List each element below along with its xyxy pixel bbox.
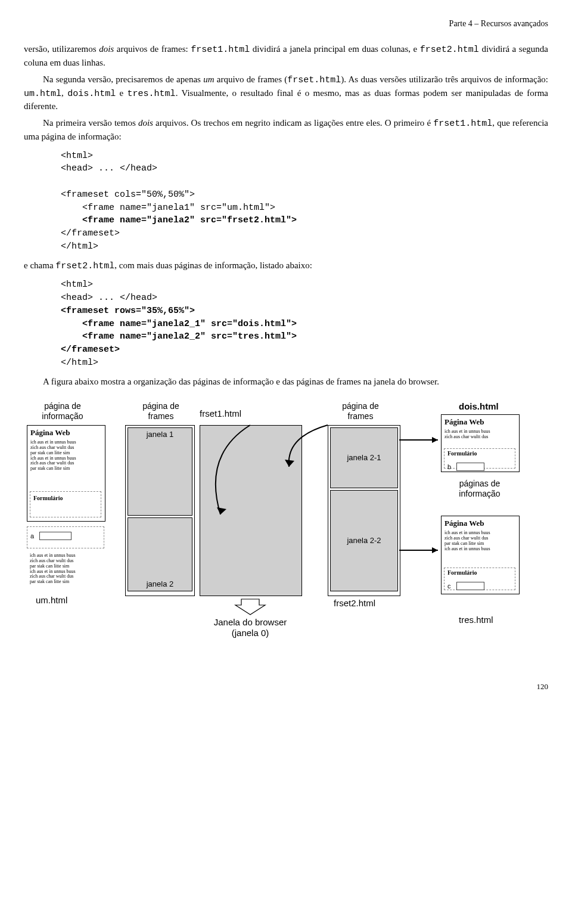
- field-a-box: a: [27, 526, 104, 548]
- box-dois-text: ich aus et in unnus buus zich aus char w…: [442, 429, 519, 440]
- label-frames1: página de frames: [131, 401, 191, 421]
- paragraph-1: versão, utilizaremos dois arquivos de fr…: [24, 43, 548, 70]
- arrow-3-icon: [396, 437, 444, 473]
- p2a: Na segunda versão, precisaremos de apena…: [43, 75, 203, 84]
- p4b: frset2.html: [55, 261, 114, 271]
- p2j: tres.html: [128, 89, 176, 99]
- text-under-a: ich aus et in unnus buus zich aus char w…: [27, 553, 110, 585]
- box-dois-title: Página Web: [442, 415, 519, 429]
- p1b: dois: [99, 44, 114, 54]
- c2l2: <head> ... </head>: [61, 293, 157, 303]
- label-janela1: janela 1: [147, 430, 174, 439]
- field-b-input: [456, 463, 484, 471]
- label-browser: Janela do browser (janela 0): [188, 617, 313, 638]
- box-tres-form: Formulário: [444, 568, 515, 579]
- c1l6: <frame name="janela2" src="frset2.html">: [61, 215, 297, 225]
- label-dois: dois.html: [459, 401, 499, 412]
- p1d: frset1.html: [191, 45, 250, 55]
- c1l2: <head> ... </head>: [61, 163, 157, 173]
- c2l6: </frameset>: [61, 345, 120, 355]
- p2d: frset.html: [287, 75, 341, 85]
- label-janela22: janela 2-2: [347, 537, 381, 545]
- box-dois: Página Web ich aus et in unnus buus zich…: [441, 414, 520, 472]
- field-c-input: [456, 582, 484, 590]
- page-number: 120: [24, 681, 548, 693]
- c1l8: </html>: [61, 241, 98, 252]
- arrow-down-icon: [229, 598, 271, 616]
- label-info1: página de informação: [30, 401, 95, 421]
- box-frset1: janela 1 janela 2: [125, 425, 195, 596]
- p1c: arquivos de frames:: [114, 44, 191, 54]
- label-frames2: página de frames: [328, 401, 393, 421]
- box1-title: Página Web: [27, 426, 105, 440]
- p4a: e chama: [24, 261, 55, 270]
- c2l4: <frame name="janela2_1" src="dois.html">: [61, 319, 297, 329]
- arrow-curve-2-icon: [280, 419, 352, 491]
- c2l3: <frameset rows="35%,65%">: [61, 306, 195, 316]
- p2e: ). As duas versões utilizarão três arqui…: [341, 75, 548, 84]
- label-frset2: frset2.html: [334, 598, 375, 609]
- box-tres-text: ich aus et in unnus buus zich aus char w…: [442, 531, 519, 551]
- c2l1: <html>: [61, 280, 93, 290]
- field-c-label: c: [444, 582, 454, 590]
- box-janela22: janela 2-2: [330, 490, 398, 591]
- p2i: e: [116, 88, 127, 98]
- box-tres-title: Página Web: [442, 516, 519, 531]
- label-info2: páginas de informação: [447, 479, 512, 499]
- paragraph-3: Na primeira versão temos dois arquivos. …: [24, 117, 548, 144]
- p1f: frset2.html: [420, 45, 479, 55]
- label-frset1: frset1.html: [200, 408, 241, 419]
- p2f: um.html: [24, 89, 61, 99]
- p2b: um: [203, 75, 214, 84]
- c1l4: <frameset cols="50%,50%">: [61, 190, 195, 200]
- label-janela2: janela 2: [147, 580, 174, 588]
- box-tres: Página Web ich aus et in unnus buus zich…: [441, 516, 520, 594]
- c2l7: </html>: [61, 358, 98, 368]
- field-a-input: [39, 532, 72, 540]
- p3d: frset1.html: [433, 119, 492, 129]
- c1l5: <frame name="janela1" src="um.html">: [61, 203, 275, 213]
- c1l7: </frameset>: [61, 228, 120, 238]
- code-block-2: <html> <head> ... </head> <frameset rows…: [61, 278, 548, 369]
- field-a-label: a: [27, 532, 37, 541]
- p3b: dois: [138, 118, 153, 128]
- p1e: dividirá a janela principal em duas colu…: [250, 44, 420, 54]
- box1-form-label: Formulário: [30, 492, 101, 504]
- c1l1: <html>: [61, 151, 93, 161]
- label-janela21: janela 2-1: [347, 454, 381, 462]
- p3a: Na primeira versão temos: [43, 118, 138, 128]
- diagram: página de informação Página Web ich aus …: [24, 401, 548, 675]
- paragraph-5: A figura abaixo mostra a organização das…: [24, 376, 548, 389]
- page-header: Parte 4 – Recursos avançados: [24, 18, 548, 30]
- p1a: versão, utilizaremos: [24, 44, 99, 54]
- label-tres: tres.html: [459, 615, 493, 625]
- box1-text: ich aus et in unnus buus zich aus char w…: [27, 440, 105, 472]
- c2l5: <frame name="janela2_2" src="tres.html">: [61, 331, 297, 342]
- box-pagina-web-1: Página Web ich aus et in unnus buus zich…: [27, 425, 105, 522]
- paragraph-4: e chama frset2.html, com mais duas págin…: [24, 259, 548, 273]
- p2h: dois.html: [67, 89, 116, 99]
- p4c: , com mais duas páginas de informação, l…: [114, 261, 312, 270]
- p3c: arquivos. Os trechos em negrito indicam …: [153, 118, 433, 128]
- p2g: ,: [61, 88, 67, 98]
- p2c: arquivo de frames (: [214, 75, 288, 84]
- box-dois-form: Formulário: [444, 449, 515, 460]
- arrow-4-icon: [396, 547, 444, 583]
- field-b-label: b: [444, 463, 454, 470]
- paragraph-2: Na segunda versão, precisaremos de apena…: [24, 73, 548, 113]
- code-block-1: <html> <head> ... </head> <frameset cols…: [61, 150, 548, 253]
- label-um: um.html: [36, 595, 67, 606]
